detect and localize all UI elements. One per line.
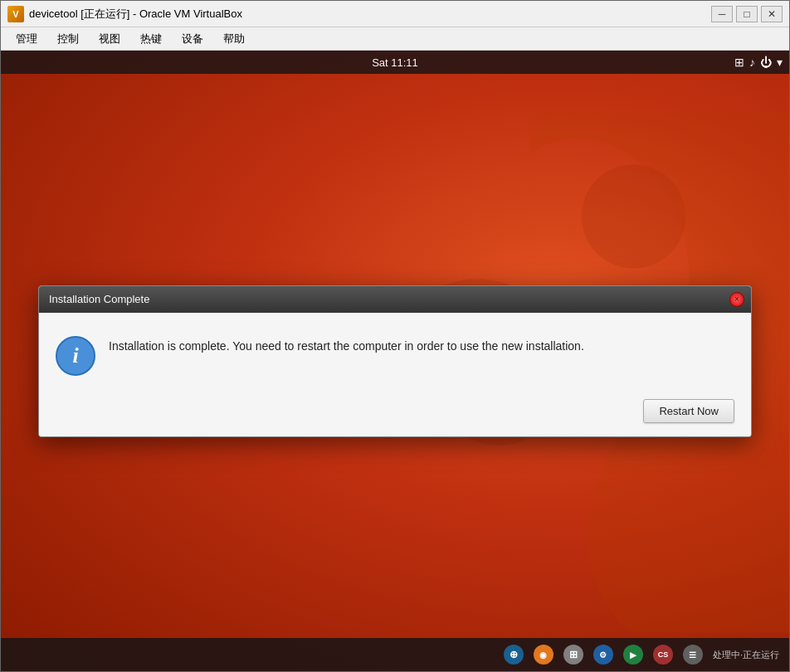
minimize-button[interactable]: ─ <box>711 6 733 22</box>
menu-bar: 管理 控制 视图 热键 设备 帮助 <box>1 27 789 51</box>
window-controls: ─ □ ✕ <box>711 6 783 22</box>
dialog-close-button[interactable]: × <box>729 292 744 307</box>
maximize-button[interactable]: □ <box>736 6 758 22</box>
menu-item-manage[interactable]: 管理 <box>7 30 46 48</box>
dialog-body: i Installation is complete. You need to … <box>39 313 751 392</box>
dialog-message: Installation is complete. You need to re… <box>109 333 734 355</box>
dialog-title: Installation Complete <box>49 293 149 305</box>
info-icon: i <box>56 336 95 376</box>
window-title: devicetool [正在运行] - Oracle VM VirtualBox <box>29 7 711 22</box>
title-bar: V devicetool [正在运行] - Oracle VM VirtualB… <box>1 1 789 27</box>
dialog-footer: Restart Now <box>39 392 751 436</box>
app-icon: V <box>7 6 24 22</box>
menu-item-control[interactable]: 控制 <box>49 30 87 48</box>
restart-now-button[interactable]: Restart Now <box>643 399 734 423</box>
menu-item-help[interactable]: 帮助 <box>215 30 253 48</box>
vm-display: Sat 11:11 ⊞ ♪ ⏻ ▾ Installation Complete … <box>1 51 789 671</box>
ubuntu-desktop: Sat 11:11 ⊞ ♪ ⏻ ▾ Installation Complete … <box>1 51 789 671</box>
menu-item-device[interactable]: 设备 <box>173 30 212 48</box>
virtualbox-window: V devicetool [正在运行] - Oracle VM VirtualB… <box>0 0 790 672</box>
menu-item-hotkey[interactable]: 热键 <box>132 30 170 48</box>
installation-complete-dialog: Installation Complete × i Installation i… <box>38 285 752 437</box>
close-button[interactable]: ✕ <box>761 6 783 22</box>
dialog-title-bar: Installation Complete × <box>39 286 751 313</box>
dialog-overlay: Installation Complete × i Installation i… <box>1 51 789 671</box>
menu-item-view[interactable]: 视图 <box>90 30 129 48</box>
